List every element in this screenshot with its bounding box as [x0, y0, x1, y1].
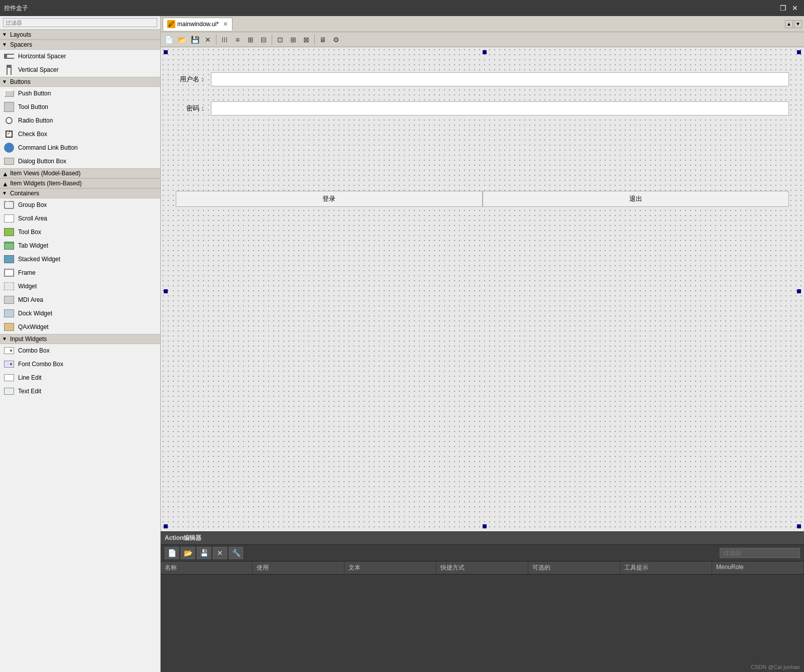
- section-header-itemwidgets[interactable]: ▶Item Widgets (Item-Based): [0, 178, 160, 188]
- arrow-inputwidgets: ▼: [2, 336, 8, 342]
- editor-tab[interactable]: 🖊 mainwindow.ui* ✕: [163, 18, 233, 31]
- filter-input[interactable]: [3, 18, 157, 27]
- action-filter-input[interactable]: [720, 548, 800, 558]
- widget-item-toolbutton[interactable]: Tool Button: [0, 100, 160, 114]
- widget-item-frame[interactable]: Frame: [0, 266, 160, 280]
- section-header-spacers[interactable]: ▼Spacers: [0, 40, 160, 50]
- ae-new-button[interactable]: 📄: [165, 547, 179, 559]
- nav-up-button[interactable]: ▲: [785, 20, 793, 28]
- widget-item-pushbutton[interactable]: Push Button: [0, 87, 160, 100]
- form-canvas[interactable]: 用户名： 密码： 登录 退出: [161, 47, 804, 531]
- content-area: 🖊 mainwindow.ui* ✕ ▲ ▼ 📄 📂 💾 ✕ ⁞⁞⁞ ≡ ⊞ ⊟…: [161, 16, 804, 672]
- widget-item-toolbox[interactable]: Tool Box: [0, 226, 160, 239]
- widget-item-hspacer[interactable]: Horizontal Spacer: [0, 50, 160, 63]
- section-header-layouts[interactable]: ▼Layouts: [0, 30, 160, 40]
- widget-item-lineedit[interactable]: Line Edit: [0, 371, 160, 385]
- widget-item-groupbox[interactable]: Group Box: [0, 198, 160, 212]
- login-button[interactable]: 登录: [176, 191, 483, 207]
- widget-item-combobox[interactable]: Combo Box: [0, 344, 160, 358]
- toolbar-adjust-size[interactable]: ⊡: [274, 34, 286, 46]
- toolbar-layout-grid[interactable]: ⊞: [245, 34, 257, 46]
- toolbar-btn-1[interactable]: 📄: [163, 34, 175, 46]
- section-label-inputwidgets: Input Widgets: [10, 335, 47, 343]
- tab-filename: mainwindow.ui*: [177, 21, 219, 28]
- close-button[interactable]: ✕: [790, 3, 800, 13]
- action-editor-toolbar: 📄 📂 💾 ✕ 🔧: [161, 545, 804, 562]
- toolbar-btn-4[interactable]: ✕: [202, 34, 214, 46]
- action-col-6: MenuRole: [712, 562, 804, 574]
- section-content-inputwidgets: Combo BoxFont Combo BoxLine EditText Edi…: [0, 344, 160, 398]
- widget-icon-widget: [4, 281, 14, 291]
- section-header-buttons[interactable]: ▼Buttons: [0, 77, 160, 87]
- arrow-itemwidgets: ▶: [2, 180, 8, 186]
- ae-delete-button[interactable]: ✕: [213, 547, 227, 559]
- toolbar-btn-2[interactable]: 📂: [176, 34, 188, 46]
- widget-item-tabwidget[interactable]: Tab Widget: [0, 239, 160, 253]
- ae-save-button[interactable]: 💾: [197, 547, 211, 559]
- widget-item-radiobutton[interactable]: Radio Button: [0, 114, 160, 128]
- action-editor-title: Action编辑器: [165, 534, 201, 542]
- section-label-buttons: Buttons: [10, 78, 31, 85]
- section-content-containers: Group BoxScroll AreaTool BoxTab WidgetSt…: [0, 198, 160, 334]
- password-input[interactable]: [211, 101, 789, 116]
- action-col-2: 文本: [344, 562, 436, 574]
- widget-item-widget[interactable]: Widget: [0, 280, 160, 293]
- widget-label-dockwidget: Dock Widget: [18, 310, 52, 317]
- widget-icon-toolbutton: [4, 102, 14, 112]
- sel-handle-bl: [164, 524, 168, 528]
- widget-icon-lineedit: [4, 373, 14, 383]
- widget-item-qaxwidget[interactable]: QAxWidget: [0, 320, 160, 334]
- toolbar-layout-h[interactable]: ≡: [232, 34, 244, 46]
- section-header-inputwidgets[interactable]: ▼Input Widgets: [0, 334, 160, 344]
- widget-label-scrollarea: Scroll Area: [18, 215, 47, 222]
- widget-item-dockwidget[interactable]: Dock Widget: [0, 307, 160, 320]
- widget-item-mdiarea[interactable]: MDI Area: [0, 293, 160, 307]
- widget-icon-frame: [4, 268, 14, 278]
- widget-item-fontcombobox[interactable]: Font Combo Box: [0, 358, 160, 371]
- section-label-layouts: Layouts: [10, 31, 31, 38]
- title-bar-controls: ❐ ✕: [778, 3, 800, 13]
- widget-item-vspacer[interactable]: Vertical Spacer: [0, 63, 160, 77]
- exit-button[interactable]: 退出: [483, 191, 789, 207]
- watermark: CSDN @Cai junhao: [751, 664, 800, 670]
- form-buttons: 登录 退出: [176, 191, 789, 207]
- username-input[interactable]: [211, 72, 789, 86]
- tab-icon: 🖊: [167, 20, 175, 28]
- ae-open-button[interactable]: 📂: [181, 547, 195, 559]
- widget-icon-tabwidget: [4, 241, 14, 251]
- restore-button[interactable]: ❐: [778, 3, 788, 13]
- sel-handle-br: [797, 524, 801, 528]
- widget-label-tabwidget: Tab Widget: [18, 242, 48, 249]
- widget-label-commandlink: Command Link Button: [18, 144, 78, 151]
- username-row: 用户名：: [176, 72, 789, 86]
- toolbar-h-layout[interactable]: ⊞: [287, 34, 299, 46]
- widget-item-commandlink[interactable]: Command Link Button: [0, 141, 160, 155]
- section-content-buttons: Push ButtonTool ButtonRadio ButtonCheck …: [0, 87, 160, 168]
- section-header-itemviews[interactable]: ▶Item Views (Model-Based): [0, 168, 160, 178]
- widget-item-dialogbtnbox[interactable]: Dialog Button Box: [0, 155, 160, 168]
- section-label-containers: Containers: [10, 190, 39, 197]
- widget-icon-fontcombobox: [4, 359, 14, 369]
- tab-close-button[interactable]: ✕: [223, 21, 228, 28]
- toolbar-layout-v[interactable]: ⁞⁞⁞: [218, 34, 231, 46]
- nav-down-button[interactable]: ▼: [794, 20, 802, 28]
- widget-item-scrollarea[interactable]: Scroll Area: [0, 212, 160, 226]
- widget-icon-stackedwidget: [4, 254, 14, 264]
- sel-handle-tr: [797, 50, 801, 54]
- toolbar-settings[interactable]: ⚙: [330, 34, 342, 46]
- widget-icon-groupbox: [4, 200, 14, 210]
- toolbar-btn-3[interactable]: 💾: [189, 34, 201, 46]
- ae-settings-button[interactable]: 🔧: [229, 547, 243, 559]
- widget-label-groupbox: Group Box: [18, 201, 47, 208]
- toolbar-break-layout[interactable]: ⊟: [258, 34, 270, 46]
- widget-label-dialogbtnbox: Dialog Button Box: [18, 158, 66, 165]
- widget-item-textedit[interactable]: Text Edit: [0, 385, 160, 398]
- widget-item-checkbox[interactable]: Check Box: [0, 128, 160, 141]
- widget-label-combobox: Combo Box: [18, 347, 50, 354]
- toolbar-v-layout[interactable]: ⊠: [300, 34, 312, 46]
- action-col-5: 工具提示: [620, 562, 712, 574]
- section-header-containers[interactable]: ▼Containers: [0, 188, 160, 198]
- toolbar-preview[interactable]: 🖥: [317, 34, 329, 46]
- toolbar-separator-3: [314, 35, 315, 45]
- widget-item-stackedwidget[interactable]: Stacked Widget: [0, 253, 160, 266]
